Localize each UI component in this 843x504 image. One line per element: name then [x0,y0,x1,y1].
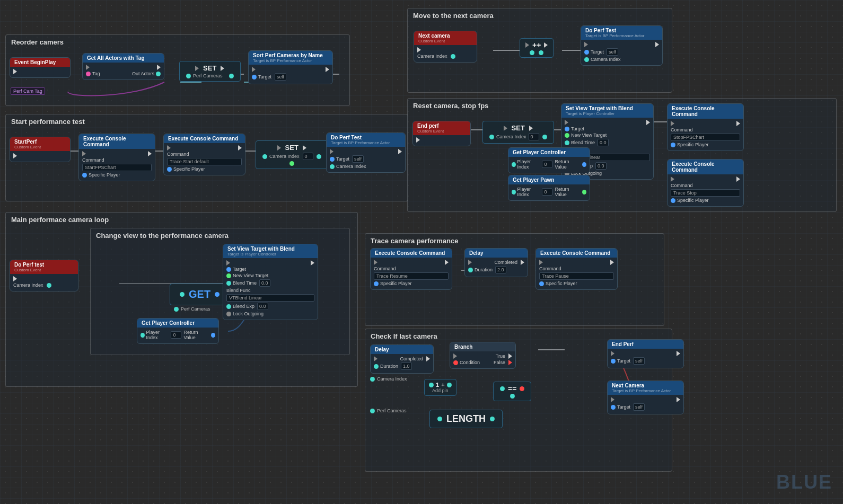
node-title-do-perf-start: Do Perf Test [331,135,401,140]
watermark: BLUE [776,471,832,493]
node-set-reorder: SET Perf Cameras [179,61,241,82]
group-title-move-next: Move to the next camera [408,8,672,22]
node-title-next-camera-ev: Next camera [418,33,472,39]
node-title-get-all-actors: Get All Actors with Tag [87,55,160,61]
node-delay-trace: Delay Completed Duration2.0 [464,248,528,277]
node-increment: ++ [520,38,554,58]
node-exec-trace-resume: Execute Console Command Command Trace Re… [370,248,452,290]
node-title-trace-resume: Execute Console Command [375,250,447,256]
node-title-do-perf-next: Do Perf Test [585,28,658,33]
node-sort-perf-cameras: Sort Perf Cameras by Name Target is BP P… [248,50,333,84]
node-title-get-player-ctrl-reset: Get Player Controller [513,149,585,155]
node-end-perf-event: End perf Custom Event [412,121,471,146]
node-do-perf-test-main: Do Perf test Custom Event Camera Index [10,260,78,291]
node-get-player-controller-main: Get Player Controller Player Index0 Retu… [137,318,219,344]
perf-cameras-label-check: Perf Cameras [370,408,407,413]
node-get-all-actors: Get All Actors with Tag Tag Out Actors [82,53,164,80]
node-title-exec-stop-fps: Execute Console Command [672,105,739,117]
node-title-trace-pause: Execute Console Command [540,250,613,256]
node-start-perf-event: StartPerf Custom Event [10,137,71,162]
node-equal: == [493,382,531,401]
node-end-perf-check: End Perf Targetself [607,339,684,368]
node-set-view-target-main: Set View Target with Blend Target is Pla… [223,244,318,320]
node-title-exec-trace-stop: Execute Console Command [672,161,739,173]
group-title-change-view: Change view to the performance camera [91,228,349,242]
node-add-pin: 1 + Add pin [424,379,456,396]
camera-index-label-check: Camera Index [370,376,407,382]
node-get-main: GET Perf Cameras [170,284,230,313]
node-title-set-view-main: Set View Target with Blend [227,246,313,252]
node-title-end-perf-check: End Perf [612,341,679,347]
node-title-sort-perf: Sort Perf Cameras by Name [253,52,328,58]
node-exec-trace-pause: Execute Console Command Command Trace Pa… [535,248,618,290]
node-exec-console-stop-fps: Execute Console Command Command StopFPSC… [667,103,744,151]
node-title-get-player-ctrl-main: Get Player Controller [142,320,214,326]
node-set-reset: SET Camera Index 0 [482,121,554,144]
node-title-set-view-reset: Set View Target with Blend [566,105,649,111]
node-branch: Branch True Condition False [450,342,516,369]
node-title-delay-trace: Delay [469,250,523,256]
node-exec-console-trace-stop: Execute Console Command Command Trace St… [667,159,744,207]
node-title-exec-1: Execute Console Command [83,136,151,147]
node-title-delay-check: Delay [375,347,429,352]
node-title-next-camera-check: Next Camera [612,383,679,388]
node-title-do-perf-main: Do Perf test [14,262,74,268]
group-title-main-loop: Main performace camera loop [6,213,357,226]
node-title-exec-2: Execute Console Command [168,136,241,142]
node-title-event-begin-play: Event BeginPlay [14,59,66,65]
node-title-branch: Branch [454,344,511,350]
group-title-reorder: Reorder camers [6,35,349,48]
node-delay-check: Delay Completed Duration1.0 [370,344,434,374]
node-get-player-controller-reset: Get Player Controller Player Index0 Retu… [508,147,590,173]
node-next-camera-event: Next camera Custom Event Camera Index [414,31,477,63]
node-next-camera-check: Next Camera Target is BP Performance Act… [607,381,684,414]
node-event-begin-play: Event BeginPlay [10,57,71,78]
node-do-perf-test-next: Do Perf Test Target is BP Performance Ac… [581,25,663,66]
node-length: LENGTH [429,410,503,428]
node-do-perf-test-start: Do Perf Test Target is BP Performance Ac… [326,132,406,173]
node-title-end-perf: End perf [417,123,466,129]
node-title-get-player-pawn-reset: Get Player Pawn [513,177,585,183]
perf-cam-tag-label: Perf Cam Tag [11,87,45,95]
node-title-start-perf: StartPerf [14,139,66,145]
node-exec-console-1: Execute Console Command Command StartFPS… [78,134,155,181]
group-title-start-perf: Start performance test [6,114,408,128]
node-set-start-perf: SET Camera Index 0 [256,140,328,169]
node-exec-console-2: Execute Console Command Command Trace.St… [163,134,245,175]
node-get-player-pawn-reset: Get Player Pawn Player Index0 Return Val… [508,175,590,201]
group-title-trace-camera: Trace camera performance [365,234,664,247]
